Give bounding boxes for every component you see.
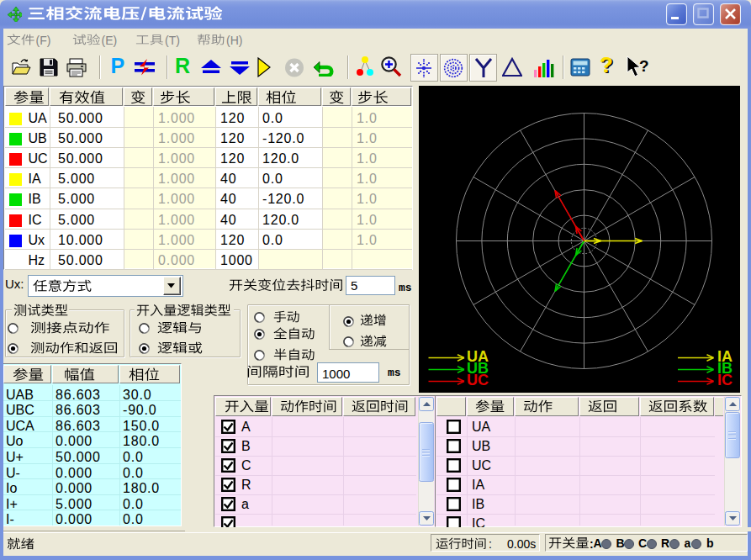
svg-text:?: ? [639, 57, 649, 75]
svg-text:IC: IC [717, 372, 732, 388]
svg-text:UC: UC [467, 372, 489, 388]
